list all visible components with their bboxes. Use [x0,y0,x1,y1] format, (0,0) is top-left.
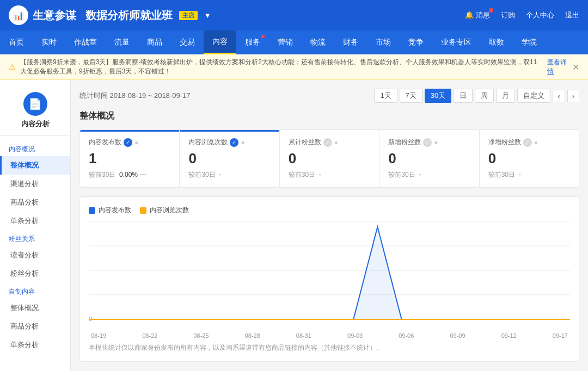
header-arrow-icon[interactable]: ▼ [204,11,211,20]
stat-header-publish: 内容发布数 ✓ ● [89,138,170,147]
content-area: 统计时间 2018-08-19 ~ 2018-09-17 1天 7天 30天 日… [71,80,588,371]
x-label-8: 09-09 [450,332,465,339]
stat-value-total-fans: 0 [289,150,370,167]
sidebar-item-fans[interactable]: 粉丝分析 [0,264,70,283]
time-btn-month[interactable]: 月 [496,89,515,103]
stat-value-new-fans: 0 [388,150,470,167]
logo-text: 生意参谋 数据分析师就业班 [33,8,173,23]
order-link[interactable]: 订购 [501,10,515,20]
time-btn-week[interactable]: 周 [475,89,494,103]
chart-container: 内容发布数 内容浏览次数 [79,196,579,362]
time-btn-1day[interactable]: 1天 [374,89,397,103]
time-prev-button[interactable]: ‹ [553,90,565,102]
stat-value-views: 0 [188,150,270,167]
x-label-7: 09-06 [399,332,414,339]
sidebar-item-readers[interactable]: 读者分析 [0,246,70,264]
stat-value-publish: 1 [89,150,170,167]
time-btn-7day[interactable]: 7天 [400,89,422,103]
stat-top-bar-publish [80,130,179,132]
check-icon-net-fans: ✓ [523,138,532,147]
sidebar-section-selfmade: 自制内容 [0,283,70,299]
x-label-1: 08-19 [91,332,106,339]
stat-compare-new-fans: 较前30日 - [388,170,470,180]
legend-dot-views [140,207,146,214]
top-header: 📊 生意参谋 数据分析师就业班 主店 ▼ 🔔 消息 订购 个人中心 退出 [0,0,588,30]
nav-traffic[interactable]: 流量 [106,30,138,54]
nav-academy[interactable]: 学院 [513,30,546,54]
nav-business[interactable]: 业务专区 [432,30,480,54]
stat-value-net-fans: 0 [488,150,570,167]
legend-label-publish: 内容发布数 [99,206,131,215]
stat-compare-total-fans: 较前30日 - [289,170,370,180]
nav-finance[interactable]: 财务 [334,30,367,54]
nav-data[interactable]: 取数 [480,30,513,54]
sidebar-header: 📄 内容分析 [0,85,70,136]
shop-tag[interactable]: 主店 [179,11,198,20]
sidebar-item-selfmade-single[interactable]: 单条分析 [0,336,70,354]
time-filter-bar: 统计时间 2018-08-19 ~ 2018-09-17 1天 7天 30天 日… [79,89,579,103]
check-icon-new-fans: ✓ [423,138,432,147]
nav-trade[interactable]: 交易 [171,30,204,54]
svg-marker-6 [89,227,570,319]
time-next-button[interactable]: › [567,90,579,102]
sidebar-main-icon: 📄 [23,92,47,116]
stat-top-bar-views [180,130,279,132]
stat-top-bar-total-fans [280,130,379,132]
x-label-2: 08-22 [142,332,157,339]
logo-area: 📊 生意参谋 数据分析师就业班 主店 ▼ [9,5,211,25]
logo-icon: 📊 [9,5,28,25]
sidebar: 📄 内容分析 内容概况 整体概况 渠道分析 商品分析 单条分析 粉丝关系 读者分… [0,80,71,371]
sidebar-item-single[interactable]: 单条分析 [0,212,70,230]
legend-dot-publish [89,207,95,214]
message-link[interactable]: 🔔 消息 [465,10,490,20]
sidebar-main-label: 内容分析 [21,119,50,129]
stat-label-total-fans: 累计粉丝数 [289,138,321,147]
info-icon-net-fans: ● [534,139,538,146]
alert-icon: ⚠ [9,63,16,71]
nav-service[interactable]: 服务 [236,30,269,54]
stat-label-views: 内容浏览次数 [188,138,228,147]
sidebar-item-goods[interactable]: 商品分析 [0,193,70,212]
stats-cards: 内容发布数 ✓ ● 1 较前30日 0.00% — 内容浏览次数 ✓ ● [79,129,579,188]
brand-name: 生意参谋 [33,9,76,21]
nav-products[interactable]: 商品 [138,30,171,54]
sidebar-item-channel[interactable]: 渠道分析 [0,175,70,193]
nav-compete[interactable]: 竞争 [400,30,432,54]
nav-logistics[interactable]: 物流 [302,30,334,54]
alert-text: 【服务洞察9折来袭，最后3天】服务洞察-绩效考核新鲜出炉，提供绩效方案和分析2大… [20,58,543,76]
alert-close-button[interactable]: ✕ [572,62,579,72]
stat-top-bar-new-fans [379,130,479,132]
stat-header-total-fans: 累计粉丝数 ✓ ● [289,138,370,147]
service-dot [261,35,265,38]
nav-warroom[interactable]: 作战室 [65,30,106,54]
main-layout: 📄 内容分析 内容概况 整体概况 渠道分析 商品分析 单条分析 粉丝关系 读者分… [0,80,588,371]
check-icon-views: ✓ [230,138,238,147]
nav-realtime[interactable]: 实时 [33,30,65,54]
alert-link[interactable]: 查看详情 [547,58,568,76]
nav-marketing[interactable]: 营销 [269,30,302,54]
x-label-3: 08-25 [193,332,209,339]
user-center-link[interactable]: 个人中心 [526,10,554,20]
logout-link[interactable]: 退出 [565,10,579,20]
stat-top-bar-net-fans [480,130,579,132]
sidebar-item-selfmade-overall[interactable]: 整体概况 [0,299,70,317]
time-btn-30day[interactable]: 30天 [425,89,451,103]
time-btn-custom[interactable]: 自定义 [517,89,550,103]
nav-home[interactable]: 首页 [0,30,33,54]
check-icon-publish: ✓ [124,138,132,147]
time-btn-day[interactable]: 日 [454,89,473,103]
stat-header-views: 内容浏览次数 ✓ ● [188,138,270,147]
stat-label-net-fans: 净增粉丝数 [488,138,521,147]
sidebar-item-overall[interactable]: 整体概况 [0,156,70,175]
x-label-9: 09-12 [501,332,517,339]
chart-note: 本模块统计仅以商家身份发布的所有内容，以及淘系渠道带有您商品链接的内容（其他链接… [89,343,570,353]
nav-content[interactable]: 内容 [204,30,236,54]
check-icon-total-fans: ✓ [323,138,332,147]
sidebar-item-selfmade-goods[interactable]: 商品分析 [0,317,70,336]
x-label-5: 08-31 [296,332,311,339]
stat-card-total-fans: 累计粉丝数 ✓ ● 0 较前30日 - [280,130,379,187]
notif-dot [489,8,493,13]
x-label-4: 08-28 [245,332,260,339]
alert-bar: ⚠ 【服务洞察9折来袭，最后3天】服务洞察-绩效考核新鲜出炉，提供绩效方案和分析… [0,54,588,80]
nav-market[interactable]: 市场 [367,30,400,54]
